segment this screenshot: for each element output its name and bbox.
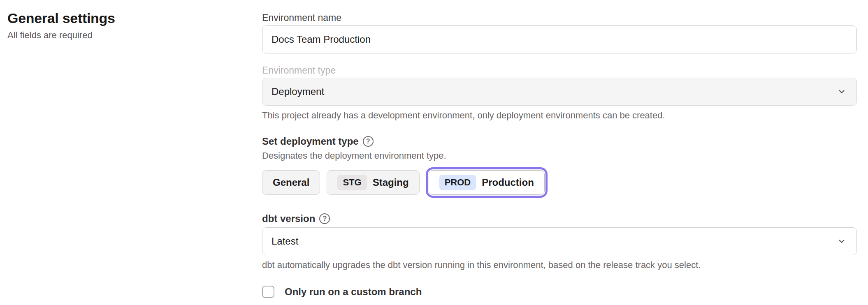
deployment-type-staging-label: Staging (373, 177, 409, 188)
chevron-down-icon (837, 236, 847, 246)
custom-branch-checkbox[interactable] (262, 286, 274, 298)
dbt-version-helper: dbt automatically upgrades the dbt versi… (262, 260, 857, 270)
environment-name-label: Environment name (262, 12, 857, 23)
deployment-type-label-row: Set deployment type ? (262, 136, 857, 147)
dbt-version-value: Latest (272, 236, 298, 247)
settings-header: General settings All fields are required (7, 9, 238, 41)
environment-type-helper: This project already has a development e… (262, 110, 857, 121)
staging-badge: STG (337, 175, 367, 190)
dbt-version-label: dbt version (262, 213, 315, 224)
deployment-type-production-button[interactable]: PROD Production (429, 170, 545, 195)
custom-branch-row: Only run on a custom branch (262, 286, 857, 298)
deployment-type-production-label: Production (482, 177, 534, 188)
page-title: General settings (7, 9, 238, 27)
help-icon[interactable]: ? (363, 136, 374, 147)
environment-type-value: Deployment (272, 86, 324, 97)
deployment-type-options: General STG Staging PROD Production (262, 167, 857, 198)
deployment-type-general-label: General (273, 177, 309, 188)
dbt-version-label-row: dbt version ? (262, 213, 857, 224)
deployment-type-staging-button[interactable]: STG Staging (327, 170, 419, 195)
deployment-type-helper: Designates the deployment environment ty… (262, 150, 857, 161)
help-icon[interactable]: ? (319, 213, 330, 224)
dbt-version-select[interactable]: Latest (262, 227, 857, 255)
environment-name-input[interactable] (262, 25, 857, 53)
deployment-type-general-button[interactable]: General (262, 170, 320, 195)
page-subtitle: All fields are required (7, 30, 238, 41)
general-settings-form: Environment name Environment type Deploy… (262, 8, 857, 298)
environment-type-select[interactable]: Deployment (262, 78, 857, 106)
environment-type-label: Environment type (262, 65, 857, 76)
chevron-down-icon (837, 87, 847, 97)
production-badge: PROD (439, 175, 476, 190)
deployment-type-label: Set deployment type (262, 136, 359, 147)
custom-branch-label[interactable]: Only run on a custom branch (285, 286, 422, 298)
